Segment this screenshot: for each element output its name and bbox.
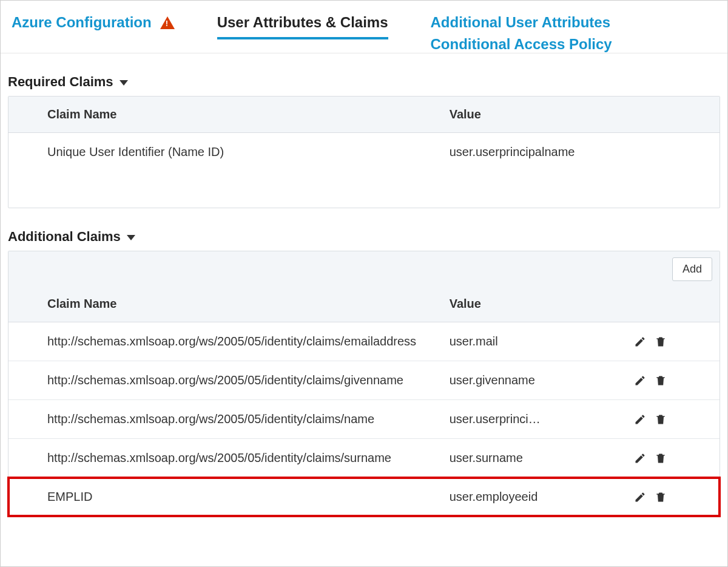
additional-claims-panel: Add Claim Name Value http://schemas.xmls…	[8, 251, 720, 517]
table-row: http://schemas.xmlsoap.org/ws/2005/05/id…	[8, 400, 720, 439]
required-claims-table: Claim Name Value Unique User Identifier …	[8, 97, 720, 208]
edit-icon[interactable]	[634, 413, 646, 426]
edit-icon[interactable]	[634, 336, 646, 348]
edit-icon[interactable]	[634, 375, 646, 387]
cell-claim-name: http://schemas.xmlsoap.org/ws/2005/05/id…	[8, 400, 450, 439]
edit-icon[interactable]	[634, 491, 646, 503]
table-row: http://schemas.xmlsoap.org/ws/2005/05/id…	[8, 361, 720, 400]
section-additional-claims: Additional Claims Add Claim Name Value h…	[1, 208, 727, 517]
caret-down-icon	[120, 80, 128, 86]
cell-value: user.userprincipalname	[450, 133, 635, 172]
delete-icon[interactable]	[655, 336, 667, 348]
tab-claims-label: User Attributes & Claims	[217, 14, 388, 31]
cell-claim-name: http://schemas.xmlsoap.org/ws/2005/05/id…	[8, 322, 450, 361]
col-header-value: Value	[450, 286, 635, 322]
tab-secondary-column: Additional User Attributes Conditional A…	[431, 14, 612, 53]
cell-claim-name: EMPLID	[8, 478, 450, 517]
additional-claims-toggle[interactable]: Additional Claims	[8, 219, 720, 251]
table-header-row: Claim Name Value	[8, 286, 720, 322]
table-header-row: Claim Name Value	[8, 97, 720, 133]
row-actions	[634, 375, 712, 387]
cell-value: user.givenname	[450, 361, 635, 400]
required-claims-panel: Claim Name Value Unique User Identifier …	[8, 96, 720, 208]
cell-value: user.mail	[450, 322, 635, 361]
cell-value: user.surname	[450, 439, 635, 478]
caret-down-icon	[127, 235, 135, 240]
cell-claim-name: http://schemas.xmlsoap.org/ws/2005/05/id…	[8, 361, 450, 400]
row-actions	[634, 491, 712, 503]
table-row: EMPLIDuser.employeeid	[8, 478, 720, 517]
tab-azure-label: Azure Configuration	[12, 14, 152, 31]
delete-icon[interactable]	[655, 491, 667, 503]
delete-icon[interactable]	[655, 375, 667, 387]
delete-icon[interactable]	[655, 413, 667, 426]
delete-icon[interactable]	[655, 452, 667, 464]
additional-claims-title: Additional Claims	[8, 229, 121, 245]
cell-claim-name: http://schemas.xmlsoap.org/ws/2005/05/id…	[8, 439, 450, 478]
required-claims-toggle[interactable]: Required Claims	[8, 64, 720, 96]
required-claims-title: Required Claims	[8, 74, 113, 90]
warning-icon	[160, 16, 175, 29]
section-required-claims: Required Claims Claim Name Value Unique …	[1, 53, 727, 208]
row-actions	[634, 336, 712, 348]
tabs-bar: Azure Configuration User Attributes & Cl…	[1, 1, 727, 53]
cell-claim-name: Unique User Identifier (Name ID)	[8, 133, 450, 172]
additional-claims-table: Claim Name Value http://schemas.xmlsoap.…	[8, 286, 720, 516]
table-row: http://schemas.xmlsoap.org/ws/2005/05/id…	[8, 439, 720, 478]
col-header-value: Value	[450, 97, 635, 133]
row-actions	[634, 413, 712, 426]
page-frame: Azure Configuration User Attributes & Cl…	[0, 0, 728, 567]
edit-icon[interactable]	[634, 452, 646, 464]
tab-additional-user-attributes[interactable]: Additional User Attributes	[431, 14, 612, 31]
tab-user-attributes-claims[interactable]: User Attributes & Claims	[217, 14, 388, 39]
col-header-claim-name: Claim Name	[8, 97, 450, 133]
table-row: http://schemas.xmlsoap.org/ws/2005/05/id…	[8, 322, 720, 361]
tab-conditional-access-policy[interactable]: Conditional Access Policy	[431, 36, 612, 53]
additional-claims-toolbar: Add	[8, 251, 720, 286]
add-button[interactable]: Add	[672, 257, 712, 281]
table-row: Unique User Identifier (Name ID)user.use…	[8, 133, 720, 172]
cell-value: user.userprinci…	[450, 400, 635, 439]
col-header-claim-name: Claim Name	[8, 286, 450, 322]
row-actions	[634, 452, 712, 464]
cell-value: user.employeeid	[450, 478, 635, 517]
tab-azure-configuration[interactable]: Azure Configuration	[12, 14, 175, 31]
